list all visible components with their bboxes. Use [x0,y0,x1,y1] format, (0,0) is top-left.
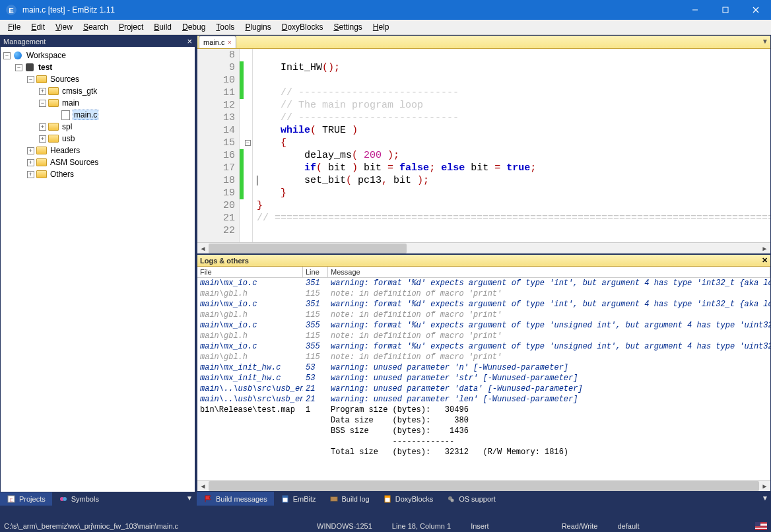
maximize-button[interactable] [710,0,741,20]
log-cell[interactable]: main\mx_io.c [197,278,303,288]
sidebar-tab-projects[interactable]: E Projects [0,492,52,506]
management-close-icon[interactable]: × [187,36,192,46]
log-cell[interactable]: 115 [303,331,328,341]
log-header-file[interactable]: File [197,267,303,278]
tree-node-usb[interactable]: +usb [3,133,192,145]
output-tabs-dropdown-icon[interactable]: ▼ [762,494,768,502]
log-cell[interactable]: note: in definition of macro 'print' [328,331,770,341]
log-cell[interactable]: note: in definition of macro 'print' [328,352,770,362]
output-tab-build-log[interactable]: Build log [323,492,376,506]
log-cell[interactable]: 355 [303,341,328,352]
build-messages-table[interactable]: FileLineMessagemain\mx_io.c351warning: f… [197,267,770,457]
log-cell[interactable]: ------------- [328,436,770,447]
tree-expander-icon[interactable]: + [39,88,46,95]
tree-node-cmsis-gtk[interactable]: +cmsis_gtk [3,85,192,97]
minimize-button[interactable] [680,0,710,20]
log-cell[interactable]: 115 [303,288,328,299]
log-cell[interactable]: 21 [303,383,328,394]
menu-build[interactable]: Build [149,20,177,34]
log-cell[interactable]: main\gbl.h [197,288,303,299]
tree-expander-icon[interactable]: + [39,135,46,143]
output-tab-os-support[interactable]: OS support [440,492,502,506]
tree-expander-icon[interactable]: + [39,123,46,131]
log-cell[interactable]: 351 [303,299,328,310]
menu-search[interactable]: Search [78,20,114,34]
log-cell[interactable]: 355 [303,320,328,331]
log-cell[interactable]: warning: format '%d' expects argument of… [328,299,770,310]
log-cell[interactable]: 53 [303,373,328,383]
log-cell[interactable]: warning: format '%u' expects argument of… [328,320,770,331]
log-cell[interactable]: warning: format '%u' expects argument of… [328,341,770,352]
tree-expander-icon[interactable]: + [27,171,34,178]
menu-edit[interactable]: Edit [26,20,50,34]
tree-expander-icon[interactable]: + [27,147,34,154]
scroll-left-icon[interactable]: ◄ [197,244,209,253]
tree-node-asm-sources[interactable]: +ASM Sources [3,156,192,168]
output-tab-build-messages[interactable]: Build messages [197,492,274,506]
log-cell[interactable]: Data size (bytes): 380 [328,415,770,426]
logs-close-icon[interactable]: ✕ [762,256,768,265]
log-cell[interactable] [197,436,303,447]
log-cell[interactable]: warning: unused parameter 'len' [-Wunuse… [328,394,770,405]
log-cell[interactable]: main\..\usb\src\usb_endp.c [197,394,303,405]
menu-project[interactable]: Project [114,20,149,34]
log-cell[interactable]: main\mx_init_hw.c [197,373,303,383]
editor-tabs-dropdown-icon[interactable]: ▼ [762,38,768,45]
logs-h-scrollbar[interactable]: ◄ ► [197,480,770,491]
fold-icon[interactable]: − [245,140,251,146]
editor-tab-main-c[interactable]: main.c × [199,36,236,48]
log-cell[interactable] [197,426,303,436]
log-header-line[interactable]: Line [303,267,328,278]
log-cell[interactable] [303,415,328,426]
tree-node-sources[interactable]: −Sources [3,73,192,85]
menu-doxyblocks[interactable]: DoxyBlocks [277,20,329,34]
log-cell[interactable]: 351 [303,278,328,288]
log-cell[interactable]: 21 [303,394,328,405]
log-cell[interactable]: warning: format '%d' expects argument of… [328,278,770,288]
tree-expander-icon[interactable]: − [27,76,34,83]
log-cell[interactable] [197,447,303,457]
locale-flag-icon[interactable] [755,522,767,530]
sidebar-tabs-dropdown-icon[interactable]: ▼ [186,494,193,502]
log-cell[interactable] [303,426,328,436]
tree-node-main[interactable]: −main [3,97,192,109]
log-cell[interactable]: main\mx_io.c [197,341,303,352]
menu-tools[interactable]: Tools [211,20,240,34]
project-tree[interactable]: −Workspace−test−Sources+cmsis_gtk−mainma… [1,47,195,492]
log-cell[interactable]: 1 [303,405,328,415]
log-cell[interactable]: main\gbl.h [197,331,303,341]
tree-expander-icon[interactable]: − [15,64,22,71]
log-cell[interactable]: main\..\usb\src\usb_endp.c [197,383,303,394]
tree-node-workspace[interactable]: −Workspace [3,50,192,61]
tree-node-test[interactable]: −test [3,61,192,73]
close-button[interactable] [741,0,771,20]
editor-tab-close-icon[interactable]: × [227,38,231,46]
tree-expander-icon[interactable]: − [3,52,11,59]
log-cell[interactable]: warning: unused parameter 'str' [-Wunuse… [328,373,770,383]
log-cell[interactable]: main\gbl.h [197,352,303,362]
log-cell[interactable]: Total size (bytes): 32312 (R/W Memory: 1… [328,447,770,457]
log-cell[interactable]: 115 [303,352,328,362]
menu-file[interactable]: File [3,20,26,34]
log-cell[interactable] [303,447,328,457]
log-cell[interactable]: warning: unused parameter 'data' [-Wunus… [328,383,770,394]
menu-view[interactable]: View [50,20,78,34]
tree-expander-icon[interactable]: + [27,159,34,166]
output-tab-embitz[interactable]: EmBitz [274,492,323,506]
log-cell[interactable]: main\mx_init_hw.c [197,362,303,373]
menu-settings[interactable]: Settings [328,20,367,34]
log-cell[interactable]: BSS size (bytes): 1436 [328,426,770,436]
log-cell[interactable]: note: in definition of macro 'print' [328,310,770,320]
log-header-message[interactable]: Message [328,267,770,278]
menu-debug[interactable]: Debug [177,20,211,34]
log-cell[interactable]: note: in definition of macro 'print' [328,288,770,299]
tree-node-spl[interactable]: +spl [3,121,192,133]
output-tab-doxyblocks[interactable]: DoxyBlocks [376,492,440,506]
log-cell[interactable] [303,436,328,447]
scroll-left-icon[interactable]: ◄ [197,481,209,491]
log-cell[interactable]: 115 [303,310,328,320]
code-editor[interactable]: 8910111213141516171819202122 − Init_HW()… [197,49,770,242]
sidebar-tab-symbols[interactable]: Symbols [52,492,106,506]
editor-h-scrollbar[interactable]: ◄ ► [197,242,770,253]
log-cell[interactable]: main\mx_io.c [197,320,303,331]
